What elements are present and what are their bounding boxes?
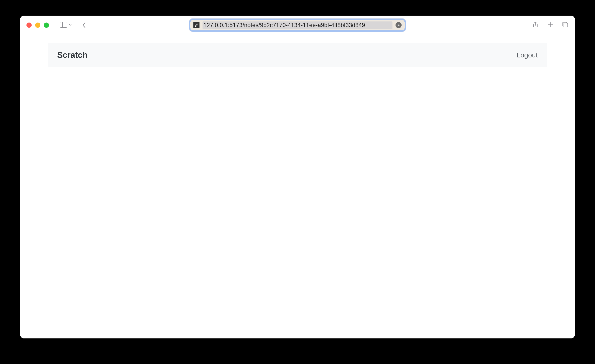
- app-title[interactable]: Scratch: [57, 50, 87, 60]
- window-controls: [27, 22, 49, 28]
- browser-toolbar: 127.0.0.1:5173/notes/9b2c7170-4134-11ee-…: [20, 16, 575, 35]
- svg-rect-0: [60, 22, 67, 27]
- ellipsis-icon: •••: [396, 23, 401, 27]
- chevron-down-icon: [69, 23, 72, 27]
- new-tab-button[interactable]: [547, 22, 553, 29]
- toolbar-right: [532, 21, 568, 29]
- tabs-overview-button[interactable]: [562, 21, 568, 29]
- svg-rect-4: [564, 23, 568, 27]
- share-button[interactable]: [532, 21, 539, 29]
- site-favicon: [193, 22, 199, 28]
- app-header: Scratch Logout: [48, 43, 547, 67]
- address-bar[interactable]: 127.0.0.1:5173/notes/9b2c7170-4134-11ee-…: [189, 19, 406, 32]
- sidebar-icon: [60, 22, 67, 29]
- back-button[interactable]: [82, 22, 86, 28]
- url-text[interactable]: 127.0.0.1:5173/notes/9b2c7170-4134-11ee-…: [203, 21, 392, 29]
- browser-window: 127.0.0.1:5173/notes/9b2c7170-4134-11ee-…: [20, 16, 575, 338]
- close-window-button[interactable]: [27, 22, 32, 28]
- url-more-button[interactable]: •••: [396, 22, 402, 28]
- sidebar-toggle-button[interactable]: [60, 22, 72, 29]
- minimize-window-button[interactable]: [35, 22, 40, 28]
- page-content: Scratch Logout: [20, 35, 575, 338]
- maximize-window-button[interactable]: [44, 22, 49, 28]
- logout-link[interactable]: Logout: [517, 51, 538, 59]
